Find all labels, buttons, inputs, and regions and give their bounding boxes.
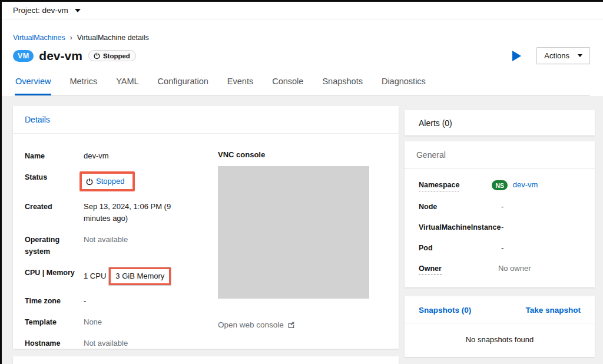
tab-events[interactable]: Events [227,77,254,95]
snapshots-empty-state: No snapshots found [405,323,595,357]
detail-label-template: Template [25,316,84,328]
vnc-console-screen[interactable] [218,166,369,299]
general-label-pod: Pod [419,243,501,253]
caret-down-icon [75,9,81,12]
details-list: Name dev-vm Status [25,150,206,364]
vnc-console-section: VNC console Open web console [218,150,369,364]
alerts-card[interactable]: Alerts (0) [405,110,595,135]
detail-row-hostname: Hostname Not available [25,337,206,349]
overview-content: Details Name dev-vm Status [2,96,603,364]
status-stopped-link[interactable]: Stopped [96,176,124,187]
detail-label-timezone: Time zone [25,295,84,307]
start-vm-button[interactable] [512,51,521,61]
details-card-title[interactable]: Details [13,106,399,133]
detail-value-cpu-memory: 1 CPU3 GiB Memory [84,267,171,286]
detail-value-name: dev-vm [84,150,109,162]
namespace-link[interactable]: dev-vm [513,180,538,189]
detail-value-created: Sep 13, 2024, 1:06 PM (9 minutes ago) [84,201,181,224]
general-row-vmi: VirtualMachineInstance - [419,222,581,233]
general-row-namespace: Namespace NS dev-vm [419,180,581,191]
caret-down-icon [578,54,582,57]
cpu-value: 1 CPU [84,272,106,280]
breadcrumb-separator-icon: › [70,34,72,42]
snapshots-card-header: Snapshots (0) Take snapshot [405,296,595,323]
general-value-namespace: NS dev-vm [492,180,538,191]
detail-row-cpu-memory: CPU | Memory 1 CPU3 GiB Memory [25,267,206,286]
power-off-icon [85,177,94,186]
tab-yaml[interactable]: YAML [115,77,139,95]
general-row-node: Node - [419,201,581,212]
general-card: General Namespace NS dev-vm Node - [405,141,595,287]
external-link-icon [287,321,295,329]
open-web-console-label: Open web console [218,320,284,329]
tab-metrics[interactable]: Metrics [69,77,98,95]
detail-label-created: Created [25,201,84,224]
tab-console[interactable]: Console [271,77,304,95]
general-card-title: General [405,141,595,168]
general-row-pod: Pod - [419,243,581,253]
detail-value-status: Stopped [84,171,135,191]
detail-row-timezone: Time zone - [25,295,206,307]
general-row-owner: Owner No owner [419,263,581,275]
actions-button[interactable]: Actions [536,47,590,64]
detail-label-os: Operating system [25,234,84,257]
tab-configuration[interactable]: Configuration [157,77,209,95]
detail-label-hostname: Hostname [25,337,84,349]
detail-label-name: Name [25,150,84,162]
open-web-console-link[interactable]: Open web console [218,320,295,329]
tab-snapshots[interactable]: Snapshots [322,77,363,95]
detail-row-template: Template None [25,316,206,328]
status-badge: Stopped [88,50,136,61]
detail-row-os: Operating system Not available [25,234,206,257]
project-bar: Project: dev-vm [2,2,603,19]
page-header: VirtualMachines › VirtualMachine details… [2,19,603,96]
memory-annotation-box: 3 GiB Memory [108,267,171,286]
tab-bar: Overview Metrics YAML Configuration Even… [15,77,590,96]
snapshots-card-title[interactable]: Snapshots (0) [419,306,471,315]
right-column: Alerts (0) General Namespace NS dev-vm N… [405,106,595,364]
left-column: Details Name dev-vm Status [13,106,399,364]
breadcrumb-link-virtualmachines[interactable]: VirtualMachines [13,34,65,42]
detail-label-status: Status [25,171,84,191]
tab-overview[interactable]: Overview [15,77,51,95]
detail-value-os: Not available [84,234,128,257]
general-value-owner: No owner [498,263,531,275]
detail-value-timezone: - [84,295,86,307]
actions-button-label: Actions [544,51,569,60]
general-label-vmi: VirtualMachineInstance [419,222,501,233]
namespace-kind-badge: NS [492,180,508,190]
detail-value-hostname: Not available [84,337,128,349]
detail-row-status: Status Stopped [25,171,206,191]
details-card: Details Name dev-vm Status [13,106,399,349]
detail-label-cpu-memory: CPU | Memory [25,267,84,286]
general-label-namespace: Namespace [419,180,460,191]
power-off-icon [93,52,101,59]
status-annotation-box: Stopped [79,171,135,191]
project-selector-label: Project: dev-vm [13,6,68,15]
title-row: VM dev-vm Stopped Actions [13,47,590,64]
breadcrumb-current: VirtualMachine details [77,34,149,42]
detail-row-name: Name dev-vm [25,150,206,162]
general-value-vmi: - [501,222,503,233]
next-card-partial [13,356,399,364]
detail-row-created: Created Sep 13, 2024, 1:06 PM (9 minutes… [25,201,206,224]
vnc-console-title: VNC console [218,150,369,159]
detail-value-template: None [84,316,102,328]
snapshots-card: Snapshots (0) Take snapshot No snapshots… [405,296,595,357]
page-title: dev-vm [39,49,82,63]
project-selector[interactable]: Project: dev-vm [13,6,81,15]
alerts-card-title: Alerts (0) [419,118,452,128]
general-label-node: Node [419,201,501,212]
status-badge-label: Stopped [103,52,130,59]
general-list: Namespace NS dev-vm Node - VirtualMachin… [405,169,595,287]
vm-kind-badge: VM [13,50,34,62]
general-label-owner: Owner [419,263,442,275]
general-value-pod: - [501,243,503,253]
details-body: Name dev-vm Status [13,134,399,364]
breadcrumb: VirtualMachines › VirtualMachine details [13,34,590,42]
memory-value: 3 GiB Memory [115,272,164,280]
take-snapshot-button[interactable]: Take snapshot [525,306,581,315]
general-value-node: - [501,201,503,212]
vm-details-page: Project: dev-vm VirtualMachines › Virtua… [0,0,603,364]
tab-diagnostics[interactable]: Diagnostics [381,77,426,95]
